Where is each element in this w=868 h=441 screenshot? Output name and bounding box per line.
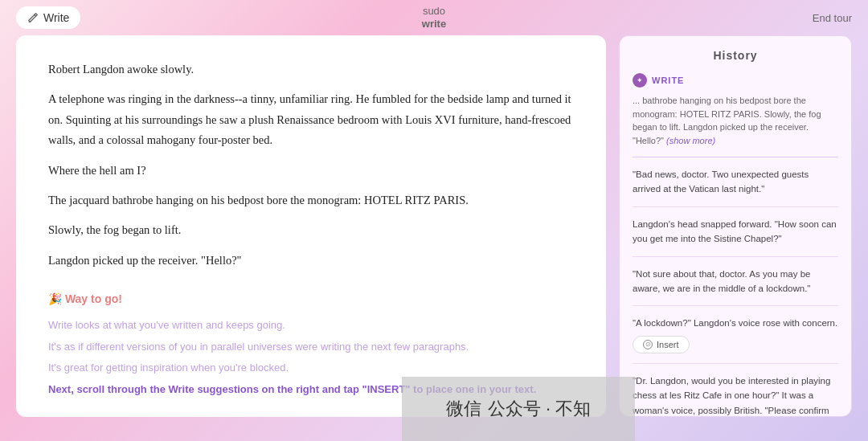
history-panel: History ✦ WRITE ... bathrobe hanging on …: [619, 35, 852, 417]
paragraph-6: Langdon picked up the receiver. "Hello?": [48, 251, 574, 271]
write-button[interactable]: Write: [16, 6, 80, 29]
history-item-0: "Bad news, doctor. Two unexpected guests…: [633, 167, 838, 207]
tip-line-3: It's great for getting inspiration when …: [48, 360, 574, 377]
history-preview: ... bathrobe hanging on his bedpost bore…: [633, 94, 838, 157]
preview-text: ... bathrobe hanging on his bedpost bore…: [633, 96, 821, 145]
paragraph-4: The jacquard bathrobe hanging on his bed…: [48, 190, 574, 210]
main-content: Robert Langdon awoke slowly. A telephone…: [0, 35, 868, 433]
app-logo: sudo write: [422, 5, 446, 30]
insert-label-1: Insert: [657, 340, 679, 349]
history-item-1: Langdon's head snapped forward. "How soo…: [633, 217, 838, 257]
write-button-label: Write: [43, 11, 69, 24]
insert-icon-1: ⊙: [643, 340, 653, 349]
tip-section: 🎉 Way to go! Write looks at what you've …: [48, 290, 574, 398]
tip-bold: Next, scroll through the Write suggestio…: [48, 382, 574, 398]
paragraph-2: A telephone was ringing in the darkness-…: [48, 89, 574, 150]
history-item-text-3: "A lockdown?" Langdon's voice rose with …: [633, 318, 837, 328]
history-item-4: "Dr. Langdon, would you be interested in…: [633, 374, 838, 417]
top-bar: Write sudo write End tour: [0, 0, 868, 35]
history-item-2: "Not sure about that, doctor. As you may…: [633, 267, 838, 307]
tip-title: 🎉 Way to go!: [48, 290, 574, 309]
show-more-link[interactable]: (show more): [666, 136, 715, 145]
logo-write: write: [422, 18, 446, 31]
history-item-text-1: Langdon's head snapped forward. "How soo…: [633, 219, 837, 243]
history-write-badge: ✦ WRITE: [633, 73, 838, 88]
history-item-text-0: "Bad news, doctor. Two unexpected guests…: [633, 169, 809, 194]
logo-area: Write: [16, 6, 80, 29]
insert-button-1[interactable]: ⊙ Insert: [633, 336, 690, 353]
paragraph-1: Robert Langdon awoke slowly.: [48, 59, 574, 80]
editor-panel[interactable]: Robert Langdon awoke slowly. A telephone…: [16, 35, 606, 417]
end-tour-button[interactable]: End tour: [813, 12, 852, 24]
paragraph-3: Where the hell am I?: [48, 161, 574, 181]
history-item-3: "A lockdown?" Langdon's voice rose with …: [633, 316, 838, 363]
editor-text: Robert Langdon awoke slowly. A telephone…: [48, 59, 574, 271]
history-title: History: [633, 49, 838, 62]
history-item-text-4: "Dr. Langdon, would you be interested in…: [633, 376, 830, 417]
tip-line-2: It's as if different versions of you in …: [48, 339, 574, 356]
tip-line-1: Write looks at what you've written and k…: [48, 317, 574, 334]
history-item-text-2: "Not sure about that, doctor. As you may…: [633, 269, 810, 293]
write-pencil-icon: [27, 12, 39, 23]
paragraph-5: Slowly, the fog began to lift.: [48, 220, 574, 240]
write-badge-icon: ✦: [633, 73, 647, 88]
write-badge-label: WRITE: [652, 76, 684, 85]
logo-sudo: sudo: [422, 5, 446, 18]
